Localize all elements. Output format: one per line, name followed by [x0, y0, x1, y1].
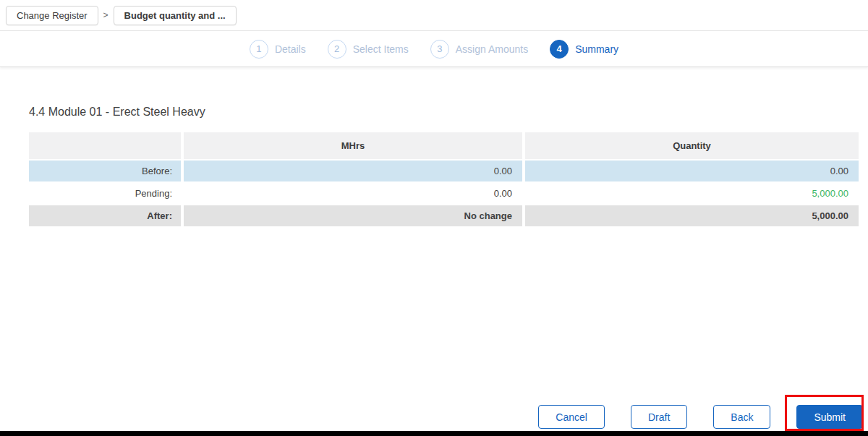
- submit-button[interactable]: Submit: [796, 405, 863, 429]
- step-label: Details: [275, 43, 306, 55]
- bottom-edge-bar: [0, 431, 868, 436]
- column-header-quantity: Quantity: [525, 132, 859, 159]
- breadcrumb-label: Budget quantity and ...: [124, 10, 226, 21]
- step-select-items[interactable]: 2 Select Items: [328, 40, 409, 59]
- row-before-label: Before:: [29, 161, 181, 181]
- draft-button[interactable]: Draft: [631, 405, 687, 429]
- breadcrumb: Change Register > Budget quantity and ..…: [0, 0, 868, 31]
- breadcrumb-label: Change Register: [17, 10, 88, 21]
- step-label: Select Items: [353, 43, 409, 55]
- step-number-circle: 1: [250, 40, 268, 59]
- breadcrumb-item-change-register[interactable]: Change Register: [6, 6, 98, 25]
- step-label: Assign Amounts: [456, 43, 528, 55]
- step-number-circle: 3: [430, 40, 449, 59]
- step-summary[interactable]: 4 Summary: [550, 40, 618, 59]
- row-after-quantity: 5,000.00: [525, 205, 859, 226]
- row-pending-mhrs: 0.00: [184, 183, 522, 204]
- breadcrumb-item-budget-quantity[interactable]: Budget quantity and ...: [114, 6, 237, 25]
- row-pending-label: Pending:: [29, 183, 181, 204]
- footer-actions: Cancel Draft Back Submit: [538, 405, 863, 429]
- step-assign-amounts[interactable]: 3 Assign Amounts: [430, 40, 528, 59]
- step-number-circle: 2: [328, 40, 346, 59]
- cancel-button[interactable]: Cancel: [538, 405, 605, 429]
- page-title: 4.4 Module 01 - Erect Steel Heavy: [29, 106, 205, 119]
- step-details[interactable]: 1 Details: [250, 40, 306, 59]
- row-before-mhrs: 0.00: [184, 161, 522, 181]
- row-pending-quantity: 5,000.00: [525, 183, 859, 204]
- wizard-stepper: 1 Details 2 Select Items 3 Assign Amount…: [0, 31, 868, 67]
- row-after-label: After:: [29, 205, 181, 226]
- row-after-mhrs: No change: [184, 205, 522, 226]
- column-header-empty: [29, 132, 181, 159]
- step-number-circle: 4: [550, 40, 569, 59]
- back-button[interactable]: Back: [713, 405, 770, 429]
- row-before-quantity: 0.00: [525, 161, 859, 181]
- column-header-mhrs: MHrs: [184, 132, 522, 159]
- step-label: Summary: [575, 43, 618, 55]
- chevron-right-icon: >: [103, 10, 109, 20]
- summary-table: MHrs Quantity Before: 0.00 0.00 Pending:…: [29, 132, 859, 226]
